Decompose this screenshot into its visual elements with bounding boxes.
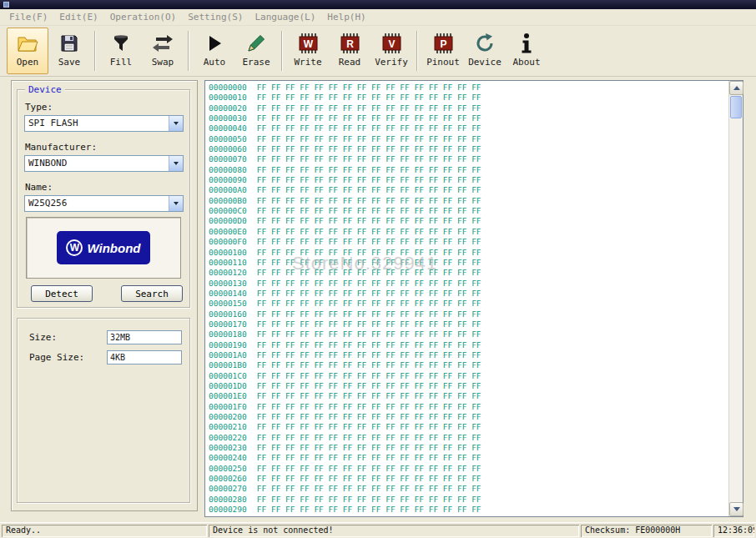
hex-row: 00000000FF FF FF FF FF FF FF FF FF FF FF… [209,83,728,93]
erase-button[interactable]: Erase [235,28,277,74]
hex-row: 00000140FF FF FF FF FF FF FF FF FF FF FF… [209,289,728,299]
hex-address: 000001D0 [209,381,247,390]
hex-address: 00000070 [209,154,247,163]
hex-row: 000001E0FF FF FF FF FF FF FF FF FF FF FF… [209,391,728,401]
search-button[interactable]: Search [121,285,183,302]
titlebar[interactable] [0,0,756,9]
name-dropdown-button[interactable] [169,196,183,211]
chevron-down-icon [174,202,179,205]
hex-bytes: FF FF FF FF FF FF FF FF FF FF FF FF FF F… [257,237,481,246]
scrollbar-thumb[interactable] [730,96,742,118]
hex-row: 000000E0FF FF FF FF FF FF FF FF FF FF FF… [209,227,728,237]
hex-address: 00000280 [209,495,247,504]
hex-bytes: FF FF FF FF FF FF FF FF FF FF FF FF FF F… [257,329,481,339]
toolbar-separator [281,31,283,71]
hex-row: 000000D0FF FF FF FF FF FF FF FF FF FF FF… [209,216,728,226]
scroll-down-button[interactable] [729,502,743,516]
hex-bytes: FF FF FF FF FF FF FF FF FF FF FF FF FF F… [257,123,481,133]
hex-bytes: FF FF FF FF FF FF FF FF FF FF FF FF FF F… [257,93,481,102]
hex-address: 00000150 [209,299,247,308]
hex-bytes: FF FF FF FF FF FF FF FF FF FF FF FF FF F… [257,134,481,143]
menu-help[interactable]: Help(H) [321,12,371,23]
hex-address: 00000130 [209,279,247,288]
verify-button[interactable]: VVerify [370,28,412,74]
detect-button[interactable]: Detect [31,285,93,302]
hex-address: 000001F0 [209,402,247,411]
hex-bytes: FF FF FF FF FF FF FF FF FF FF FF FF FF F… [257,443,481,452]
hex-bytes: FF FF FF FF FF FF FF FF FF FF FF FF FF F… [257,165,481,174]
hex-bytes: FF FF FF FF FF FF FF FF FF FF FF FF FF F… [257,422,481,431]
swap-button[interactable]: Swap [142,28,184,74]
read-button[interactable]: RRead [329,28,370,74]
about-button[interactable]: About [506,28,547,74]
name-combobox[interactable]: W25Q256 [24,195,184,212]
menu-edit[interactable]: Edit(E) [53,12,103,23]
open-folder-icon [16,32,39,55]
hex-address: 00000180 [209,329,247,339]
toolbar-button-label: Erase [242,57,270,68]
hex-bytes: FF FF FF FF FF FF FF FF FF FF FF FF FF F… [257,464,481,473]
hex-address: 00000250 [209,464,247,473]
hex-row: 00000070FF FF FF FF FF FF FF FF FF FF FF… [209,154,728,164]
hex-address: 00000210 [209,422,247,431]
hex-address: 000001E0 [209,391,247,400]
winbond-w-icon: W [66,239,83,256]
hex-row: 00000130FF FF FF FF FF FF FF FF FF FF FF… [209,279,728,289]
hex-row: 00000020FF FF FF FF FF FF FF FF FF FF FF… [209,103,728,113]
manufacturer-combobox[interactable]: WINBOND [24,155,184,172]
scroll-up-button[interactable] [729,81,743,95]
auto-button[interactable]: Auto [194,28,235,74]
toolbar-button-label: Write [294,57,321,68]
write-button[interactable]: WWrite [287,28,329,74]
chip-verify-icon: V [380,32,403,55]
device-button[interactable]: Device [464,28,506,74]
winbond-logo-text: Winbond [87,241,140,255]
hex-content[interactable]: 00000000FF FF FF FF FF FF FF FF FF FF FF… [209,83,728,515]
hex-address: 00000200 [209,412,247,421]
save-floppy-icon [58,32,81,55]
toolbar-button-label: Verify [375,57,408,68]
hex-bytes: FF FF FF FF FF FF FF FF FF FF FF FF FF F… [257,113,481,123]
save-button[interactable]: Save [48,28,90,74]
hex-bytes: FF FF FF FF FF FF FF FF FF FF FF FF FF F… [257,360,481,370]
size-field[interactable]: 32MB [107,330,182,344]
chevron-down-icon [174,162,179,165]
hex-address: 00000190 [209,340,247,349]
hex-bytes: FF FF FF FF FF FF FF FF FF FF FF FF FF F… [257,196,481,205]
menu-file[interactable]: File(F) [3,12,53,23]
menu-language[interactable]: Language(L) [249,12,321,23]
device-panel: Device Type: SPI FLASH Manufacturer: WIN… [11,80,198,511]
menu-setting[interactable]: Setting(S) [182,12,249,23]
hex-bytes: FF FF FF FF FF FF FF FF FF FF FF FF FF F… [257,350,481,360]
toolbar-button-label: Read [339,57,361,68]
main-area: Device Type: SPI FLASH Manufacturer: WIN… [0,77,756,522]
hex-address: 00000220 [209,433,247,442]
hex-bytes: FF FF FF FF FF FF FF FF FF FF FF FF FF F… [257,289,481,298]
hex-bytes: FF FF FF FF FF FF FF FF FF FF FF FF FF F… [257,144,481,153]
hex-row: 00000250FF FF FF FF FF FF FF FF FF FF FF… [209,464,728,474]
fill-button[interactable]: Fill [100,28,142,74]
toolbar-button-label: About [512,57,540,68]
pinout-button[interactable]: PPinout [422,28,464,74]
hex-bytes: FF FF FF FF FF FF FF FF FF FF FF FF FF F… [257,83,481,92]
open-button[interactable]: Open [7,28,48,74]
hex-bytes: FF FF FF FF FF FF FF FF FF FF FF FF FF F… [257,391,481,400]
winbond-logo: W Winbond [57,231,150,264]
menu-operation[interactable]: Operation(O) [104,12,182,23]
page-size-field[interactable]: 4KB [107,350,182,365]
hex-address: 00000160 [209,309,247,319]
hex-bytes: FF FF FF FF FF FF FF FF FF FF FF FF FF F… [257,227,481,236]
hex-row: 00000270FF FF FF FF FF FF FF FF FF FF FF… [209,484,728,494]
vertical-scrollbar[interactable] [728,81,743,516]
hex-bytes: FF FF FF FF FF FF FF FF FF FF FF FF FF F… [257,453,481,462]
hex-row: 00000190FF FF FF FF FF FF FF FF FF FF FF… [209,340,728,350]
hex-address: 00000020 [209,103,247,113]
type-combobox[interactable]: SPI FLASH [24,115,184,132]
hex-bytes: FF FF FF FF FF FF FF FF FF FF FF FF FF F… [257,248,481,257]
hex-row: 00000050FF FF FF FF FF FF FF FF FF FF FF… [209,134,728,144]
manufacturer-dropdown-button[interactable] [169,156,183,171]
toolbar-separator [416,31,418,71]
hex-row: 000000A0FF FF FF FF FF FF FF FF FF FF FF… [209,185,728,195]
hex-bytes: FF FF FF FF FF FF FF FF FF FF FF FF FF F… [257,154,481,163]
type-dropdown-button[interactable] [169,116,183,131]
